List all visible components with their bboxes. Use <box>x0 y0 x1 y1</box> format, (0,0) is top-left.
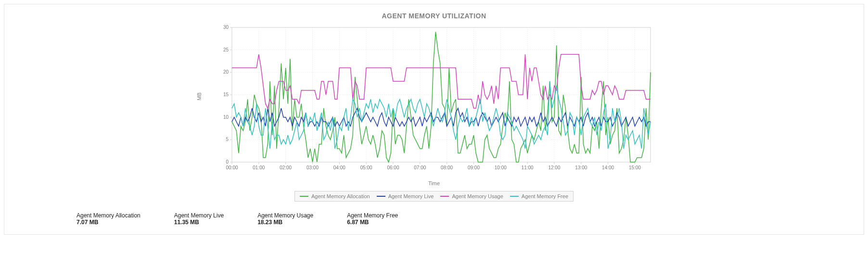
svg-text:14:00: 14:00 <box>602 165 614 170</box>
memory-utilization-card: AGENT MEMORY UTILIZATION MB 051015202530… <box>4 4 864 235</box>
svg-rect-0 <box>232 27 651 162</box>
svg-text:06:00: 06:00 <box>387 165 399 170</box>
svg-text:02:00: 02:00 <box>280 165 292 170</box>
stat-block: Agent Memory Usage18.23 MB <box>257 212 313 226</box>
stat-value: 6.87 MB <box>347 219 398 226</box>
svg-text:12:00: 12:00 <box>548 165 560 170</box>
svg-text:13:00: 13:00 <box>575 165 587 170</box>
legend-item[interactable]: Agent Memory Allocation <box>300 193 370 199</box>
svg-text:04:00: 04:00 <box>333 165 345 170</box>
svg-text:0: 0 <box>226 159 229 165</box>
legend-item[interactable]: Agent Memory Usage <box>440 193 503 199</box>
svg-text:09:00: 09:00 <box>468 165 480 170</box>
svg-text:30: 30 <box>223 25 229 30</box>
stat-value: 11.35 MB <box>174 219 224 226</box>
svg-text:25: 25 <box>223 47 229 52</box>
svg-text:10: 10 <box>223 114 229 120</box>
stat-label: Agent Memory Free <box>347 212 398 219</box>
line-chart: 05101520253000:0001:0002:0003:0004:0005:… <box>213 23 655 177</box>
svg-text:11:00: 11:00 <box>522 165 534 170</box>
legend-swatch <box>300 196 308 197</box>
legend-label: Agent Memory Live <box>388 193 434 199</box>
stat-label: Agent Memory Usage <box>257 212 313 219</box>
svg-text:08:00: 08:00 <box>441 165 453 170</box>
chart-title: AGENT MEMORY UTILIZATION <box>4 4 864 23</box>
stat-label: Agent Memory Allocation <box>77 212 140 219</box>
y-axis-label: MB <box>196 92 202 101</box>
legend-item[interactable]: Agent Memory Free <box>510 193 568 199</box>
stat-block: Agent Memory Allocation7.07 MB <box>77 212 140 226</box>
legend-item[interactable]: Agent Memory Live <box>377 193 434 199</box>
chart-area: MB 05101520253000:0001:0002:0003:0004:00… <box>213 23 655 186</box>
svg-text:00:00: 00:00 <box>226 165 238 170</box>
svg-text:05:00: 05:00 <box>360 165 372 170</box>
svg-text:07:00: 07:00 <box>414 165 426 170</box>
svg-text:10:00: 10:00 <box>495 165 507 170</box>
svg-text:01:00: 01:00 <box>253 165 265 170</box>
stat-block: Agent Memory Live11.35 MB <box>174 212 224 226</box>
svg-text:03:00: 03:00 <box>306 165 319 170</box>
svg-text:5: 5 <box>226 137 229 142</box>
legend-label: Agent Memory Free <box>522 193 568 199</box>
stats-row: Agent Memory Allocation7.07 MBAgent Memo… <box>4 202 864 234</box>
stat-label: Agent Memory Live <box>174 212 224 219</box>
legend-label: Agent Memory Usage <box>452 193 503 199</box>
stat-value: 7.07 MB <box>77 219 140 226</box>
legend-label: Agent Memory Allocation <box>311 193 370 199</box>
legend-swatch <box>440 196 449 197</box>
legend-swatch <box>510 196 519 197</box>
svg-text:20: 20 <box>223 69 229 75</box>
svg-text:15:00: 15:00 <box>629 165 641 170</box>
chart-legend: Agent Memory AllocationAgent Memory Live… <box>294 191 574 202</box>
stat-value: 18.23 MB <box>257 219 313 226</box>
stat-block: Agent Memory Free6.87 MB <box>347 212 398 226</box>
legend-swatch <box>377 196 385 197</box>
svg-text:15: 15 <box>223 92 229 97</box>
x-axis-label: Time <box>213 180 655 186</box>
